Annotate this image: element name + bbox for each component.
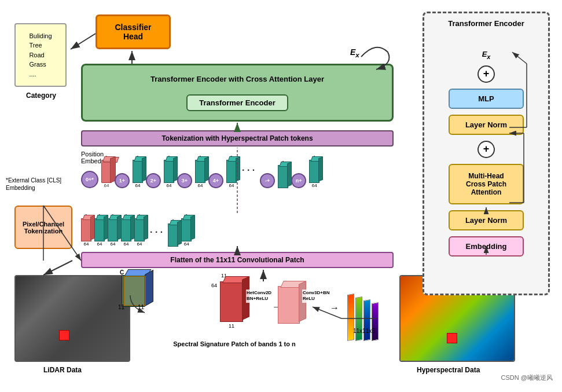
- td-plus-2: +: [477, 141, 495, 158]
- td-title: Transformer Encoder: [430, 19, 542, 28]
- token-row-upper: 0+* 1 64 1+ 1 64 2+: [81, 148, 394, 188]
- td-mlp: MLP: [449, 89, 524, 109]
- td-plus-1: +: [477, 65, 495, 83]
- td-embedding: Embedding: [449, 236, 524, 257]
- classifier-head-box: ClassifierHead: [95, 14, 171, 49]
- flatten-bar: Flatten of the 11x11 Convolutional Patch: [81, 252, 394, 268]
- td-multihead: Multi-HeadCross PatchAttention: [449, 164, 524, 204]
- transformer-encoder-inner: Transformer Encoder: [186, 94, 288, 111]
- td-layer-norm-2: Layer Norm: [449, 210, 524, 230]
- classifier-head-label: ClassifierHead: [115, 23, 151, 41]
- hyper-label: Hyperspectral Data: [417, 366, 480, 374]
- conv3d-label: Conv3D+BNReLU: [302, 290, 330, 303]
- lidar-image: [16, 276, 129, 361]
- transformer-cross-title: Transformer Encoder with Cross Attention…: [150, 75, 324, 83]
- cls-token: [101, 160, 112, 183]
- category-box: Buliding Tree Road Grass ....: [14, 23, 67, 87]
- cube-c-label: C: [120, 269, 124, 276]
- td-ex-out: Ex: [482, 50, 491, 60]
- hetconv-label: HetConv2DBN+ReLU: [246, 290, 272, 303]
- dots-1: . . .: [240, 163, 257, 173]
- cube-11b-label: 11: [138, 304, 144, 310]
- spectral-block-left: 11 11: [220, 281, 243, 329]
- external-class-label: *External Class [CLS]Embedding: [6, 177, 61, 192]
- pos-token-2: 2+: [146, 173, 161, 188]
- svg-line-2: [71, 34, 95, 49]
- transformer-cross-attention-box: Transformer Encoder with Cross Attention…: [81, 64, 394, 122]
- tokenization-bar: Tokenization with Hyperspectral Patch to…: [81, 130, 394, 146]
- hyper-red-marker: [447, 333, 457, 343]
- td-container: Ex + MLP Layer Norm + Multi-HeadCross Pa…: [430, 32, 542, 259]
- pos-token-0: 0+*: [81, 171, 98, 188]
- lidar-red-marker: [59, 330, 69, 340]
- pos-token-1: 1+: [115, 173, 130, 188]
- spectral-64-label: 64: [211, 283, 217, 288]
- transformer-encoder-detail: Transformer Encoder Ex + MLP Layer Norm …: [423, 12, 550, 295]
- lidar-area: [14, 275, 130, 362]
- ex-label-main: Ex: [350, 47, 359, 58]
- spectral-block-right: [278, 286, 300, 324]
- hsi-11xb-label: 11x11xB: [353, 328, 376, 334]
- pixel-channel-box: Pixel/ChannelTokenization: [14, 206, 72, 249]
- category-label: Category: [26, 91, 56, 100]
- pixel-channel-label: Pixel/ChannelTokenization: [23, 221, 64, 235]
- dots-2: . . .: [148, 225, 165, 235]
- spectral-sig-title: Spectral Signature Patch of bands 1 to n: [171, 340, 298, 347]
- category-items: Buliding Tree Road Grass ....: [29, 31, 52, 79]
- svg-line-7: [43, 261, 72, 275]
- td-layer-norm-1: Layer Norm: [449, 115, 524, 135]
- cube-11-label: 11: [118, 304, 124, 310]
- lidar-label: LiDAR Data: [43, 366, 82, 374]
- conv3d-arrow: →: [330, 303, 339, 313]
- watermark: CSDN @曦曦逆风: [501, 373, 553, 382]
- token-row-lower: 1 64 1 64 1 64 1: [81, 213, 394, 247]
